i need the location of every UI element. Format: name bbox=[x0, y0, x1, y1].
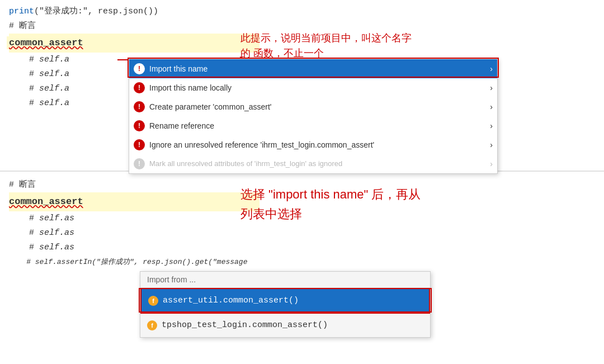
error-icon-5: ! bbox=[134, 158, 145, 169]
common-assert-row-bottom: common_assert bbox=[9, 192, 259, 211]
annotation-bottom-text: 选择 "import this name" 后，再从 列表中选择 bbox=[240, 185, 576, 224]
import-locally-label: Import this name locally bbox=[149, 81, 490, 94]
top-half: print("登录成功:", resp.json()) # 断言 common_… bbox=[0, 0, 604, 173]
menu-item-create-parameter[interactable]: ! Create parameter 'common_assert' › bbox=[129, 97, 497, 116]
menu-item-import-locally[interactable]: ! Import this name locally › bbox=[129, 78, 497, 97]
menu-item-import-this-name[interactable]: ! Import this name › bbox=[129, 59, 497, 78]
context-menu-bottom[interactable]: Import from ... f assert_util.common_ass… bbox=[140, 271, 431, 338]
rename-reference-label: Rename reference bbox=[149, 119, 490, 133]
self-line-b4: # self.assertIn("操作成功", resp.json().get(… bbox=[9, 255, 259, 270]
comment-line-top: # 断言 bbox=[9, 19, 259, 34]
self-line-b2: # self.as bbox=[9, 226, 259, 240]
error-icon-1: ! bbox=[134, 82, 145, 93]
error-icon-0: ! bbox=[134, 63, 145, 74]
menu-item-mark-all[interactable]: ! Mark all unresolved attributes of 'ihr… bbox=[129, 154, 497, 173]
tpshop-label: tpshop_test_login.common_assert() bbox=[162, 318, 328, 333]
screenshot-container: print("登录成功:", resp.json()) # 断言 common_… bbox=[0, 0, 604, 364]
menu-item-tpshop[interactable]: f tpshop_test_login.common_assert() bbox=[140, 314, 430, 337]
chevron-3: › bbox=[490, 119, 493, 133]
assert-util-label: assert_util.common_assert() bbox=[163, 294, 299, 308]
import-this-name-label: Import this name bbox=[149, 62, 490, 75]
ignore-unresolved-label: Ignore an unresolved reference 'ihrm_tes… bbox=[149, 138, 490, 152]
menu-item-rename-reference[interactable]: ! Rename reference › bbox=[129, 116, 497, 135]
print-line: print("登录成功:", resp.json()) bbox=[9, 4, 259, 19]
annotation-top-text: 此提示，说明当前项目中，叫这个名字 的 函数，不止一个 bbox=[240, 31, 453, 61]
mark-all-label: Mark all unresolved attributes of 'ihrm_… bbox=[149, 157, 490, 171]
chevron-0: › bbox=[490, 62, 493, 75]
chevron-1: › bbox=[490, 81, 493, 94]
print-args: ("登录成功:", resp.json()) bbox=[34, 7, 158, 16]
menu-item-assert-util[interactable]: f assert_util.common_assert() bbox=[140, 288, 430, 314]
error-icon-4: ! bbox=[134, 139, 145, 150]
import-from-header: Import from ... bbox=[140, 272, 430, 288]
context-menu-top[interactable]: ! Import this name › ! Import this name … bbox=[129, 59, 498, 174]
chevron-2: › bbox=[490, 100, 493, 114]
common-assert-row: common_assert bbox=[9, 34, 259, 53]
self-line-b1: # self.as bbox=[9, 211, 259, 226]
annotation-bottom: 选择 "import this name" 后，再从 列表中选择 bbox=[240, 185, 576, 224]
f-icon-1: f bbox=[147, 320, 157, 330]
f-icon-0: f bbox=[148, 296, 158, 306]
common-assert-text-top: common_assert bbox=[7, 36, 86, 49]
common-assert-text-bottom: common_assert bbox=[9, 193, 83, 210]
menu-item-ignore-unresolved[interactable]: ! Ignore an unresolved reference 'ihrm_t… bbox=[129, 135, 497, 154]
annotation-top: 此提示，说明当前项目中，叫这个名字 的 函数，不止一个 bbox=[240, 31, 453, 61]
error-icon-2: ! bbox=[134, 101, 145, 112]
chevron-4: › bbox=[490, 138, 493, 152]
error-icon-3: ! bbox=[134, 120, 145, 131]
create-parameter-label: Create parameter 'common_assert' bbox=[149, 100, 490, 114]
comment-line-bottom: # 断言 bbox=[9, 178, 259, 192]
bottom-half: # 断言 common_assert # self.as # self.as #… bbox=[0, 173, 604, 364]
chevron-5: › bbox=[490, 157, 493, 171]
self-line-b3: # self.as bbox=[9, 240, 259, 255]
print-keyword: print bbox=[9, 7, 34, 16]
